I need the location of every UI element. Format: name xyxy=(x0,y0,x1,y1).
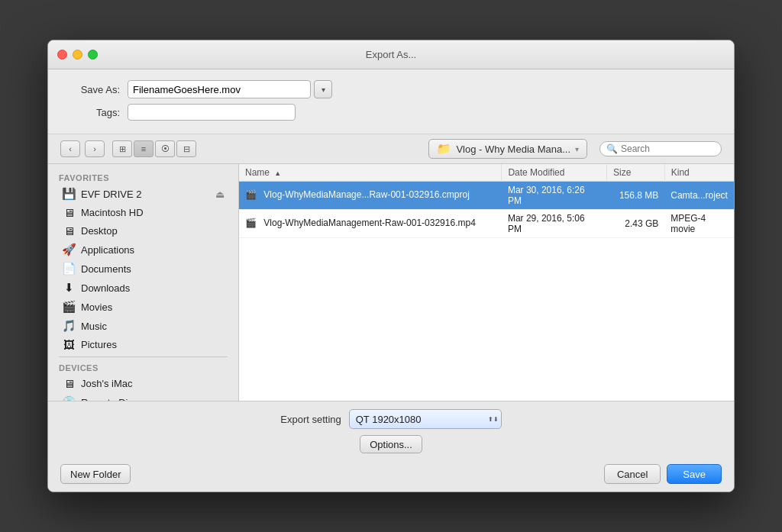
save-as-row: Save As: ▾ xyxy=(66,80,716,98)
drive-icon: 💾 xyxy=(62,187,76,201)
sidebar-item-label: Applications xyxy=(81,244,134,256)
search-box[interactable]: 🔍 xyxy=(599,141,722,156)
folder-icon: 📁 xyxy=(437,142,451,156)
favorites-label: Favorites xyxy=(48,170,238,184)
gallery-view-button[interactable]: ⊟ xyxy=(176,140,196,157)
right-buttons: Cancel Save xyxy=(604,464,722,484)
documents-icon: 📄 xyxy=(62,262,76,276)
options-button[interactable]: Options... xyxy=(360,435,422,453)
export-dialog: Export As... Save As: ▾ Tags: ‹ › ⊞ ≡ ⦿ … xyxy=(47,40,735,492)
col-header-kind[interactable]: Kind xyxy=(664,164,734,182)
traffic-lights xyxy=(57,50,98,60)
export-select[interactable]: QT 1920x1080 xyxy=(349,409,502,429)
col-header-name[interactable]: Name ▲ xyxy=(239,164,502,182)
sidebar-item-label: Music xyxy=(81,321,107,332)
tags-label: Tags: xyxy=(66,107,120,118)
movies-icon: 🎬 xyxy=(62,300,76,314)
icon-view-button[interactable]: ⊞ xyxy=(112,140,132,157)
toolbar: ‹ › ⊞ ≡ ⦿ ⊟ 📁 Vlog - Why Media Mana... ▾… xyxy=(48,134,734,164)
file-pane: Name ▲ Date Modified Size Kind xyxy=(239,164,734,401)
sidebar: Favorites 💾 EVF DRIVE 2 ⏏ 🖥 Macintosh HD… xyxy=(48,164,239,401)
file-kind-cell: MPEG-4 movie xyxy=(664,210,734,238)
sidebar-item-remote-disc[interactable]: 💿 Remote Disc xyxy=(51,393,235,401)
titlebar: Export As... xyxy=(48,40,734,69)
sidebar-item-label: Macintosh HD xyxy=(81,207,144,218)
pictures-icon: 🖼 xyxy=(62,338,76,351)
sidebar-item-macintosh-hd[interactable]: 🖥 Macintosh HD xyxy=(51,204,235,221)
main-content: Favorites 💾 EVF DRIVE 2 ⏏ 🖥 Macintosh HD… xyxy=(48,164,734,401)
file-icon: 🎬 xyxy=(245,189,257,202)
file-size-cell: 156.8 MB xyxy=(606,182,664,210)
file-date-cell: Mar 30, 2016, 6:26 PM xyxy=(502,182,607,210)
search-input[interactable] xyxy=(621,143,720,154)
maximize-button[interactable] xyxy=(88,50,98,60)
minimize-button[interactable] xyxy=(73,50,82,60)
desktop-icon: 🖥 xyxy=(62,224,76,237)
music-icon: 🎵 xyxy=(62,319,76,333)
location-label: Vlog - Why Media Mana... xyxy=(456,143,570,155)
export-label: Export setting xyxy=(280,414,341,425)
imac-icon: 🖥 xyxy=(62,377,76,390)
sidebar-item-evf-drive[interactable]: 💾 EVF DRIVE 2 ⏏ xyxy=(51,185,235,203)
col-header-date[interactable]: Date Modified xyxy=(502,164,607,182)
sidebar-item-label: Pictures xyxy=(81,339,117,350)
save-as-label: Save As: xyxy=(66,84,120,95)
view-buttons: ⊞ ≡ ⦿ ⊟ xyxy=(112,140,196,157)
sidebar-item-label: Downloads xyxy=(81,282,130,294)
table-row[interactable]: 🎬 Vlog-WhyMediaManagement-Raw-001-032916… xyxy=(239,210,734,238)
sort-arrow: ▲ xyxy=(274,169,281,177)
expand-button[interactable]: ▾ xyxy=(314,80,332,98)
file-name-cell: 🎬 Vlog-WhyMediaManage...Raw-001-032916.c… xyxy=(239,182,502,210)
chevron-down-icon: ▾ xyxy=(575,145,579,153)
col-header-size[interactable]: Size xyxy=(606,164,664,182)
column-view-button[interactable]: ⦿ xyxy=(155,140,175,157)
export-select-wrapper: QT 1920x1080 xyxy=(349,409,502,429)
file-size-cell: 2.43 GB xyxy=(606,210,664,238)
form-area: Save As: ▾ Tags: xyxy=(48,69,734,134)
hd-icon: 🖥 xyxy=(62,206,76,219)
filename-input[interactable] xyxy=(128,80,311,98)
sidebar-item-label: Remote Disc xyxy=(81,397,137,401)
sidebar-item-music[interactable]: 🎵 Music xyxy=(51,317,235,335)
eject-button[interactable]: ⏏ xyxy=(215,189,225,200)
search-icon: 🔍 xyxy=(606,143,618,154)
sidebar-item-label: Desktop xyxy=(81,225,118,237)
tags-row: Tags: xyxy=(66,104,716,121)
bottom-bar: Export setting QT 1920x1080 Options... N… xyxy=(48,401,734,492)
table-header: Name ▲ Date Modified Size Kind xyxy=(239,164,734,182)
disc-icon: 💿 xyxy=(62,395,76,401)
location-button[interactable]: 📁 Vlog - Why Media Mana... ▾ xyxy=(428,139,587,159)
devices-label: Devices xyxy=(48,360,238,374)
file-kind-cell: Camta...roject xyxy=(664,182,734,210)
table-body: 🎬 Vlog-WhyMediaManage...Raw-001-032916.c… xyxy=(239,182,734,238)
footer-buttons: New Folder Cancel Save xyxy=(60,459,722,484)
file-icon: 🎬 xyxy=(245,218,257,230)
sidebar-item-joshs-imac[interactable]: 🖥 Josh's iMac xyxy=(51,375,235,392)
list-view-button[interactable]: ≡ xyxy=(134,140,153,157)
export-row: Export setting QT 1920x1080 xyxy=(280,409,502,429)
sidebar-item-pictures[interactable]: 🖼 Pictures xyxy=(51,336,235,353)
sidebar-item-movies[interactable]: 🎬 Movies xyxy=(51,298,235,316)
downloads-icon: ⬇ xyxy=(62,281,76,295)
window-title: Export As... xyxy=(366,49,416,60)
forward-button[interactable]: › xyxy=(85,140,105,157)
back-button[interactable]: ‹ xyxy=(60,140,80,157)
file-table: Name ▲ Date Modified Size Kind xyxy=(239,164,734,238)
sidebar-item-label: Movies xyxy=(81,301,112,313)
sidebar-item-label: EVF DRIVE 2 xyxy=(81,189,141,200)
applications-icon: 🚀 xyxy=(62,243,76,256)
options-row: Options... xyxy=(360,435,422,453)
sidebar-divider xyxy=(59,356,228,357)
table-row[interactable]: 🎬 Vlog-WhyMediaManage...Raw-001-032916.c… xyxy=(239,182,734,210)
file-name-cell: 🎬 Vlog-WhyMediaManagement-Raw-001-032916… xyxy=(239,210,502,238)
save-button[interactable]: Save xyxy=(667,464,722,484)
sidebar-item-applications[interactable]: 🚀 Applications xyxy=(51,240,235,259)
tags-input[interactable] xyxy=(128,104,296,121)
sidebar-item-desktop[interactable]: 🖥 Desktop xyxy=(51,222,235,240)
sidebar-item-documents[interactable]: 📄 Documents xyxy=(51,260,235,278)
sidebar-item-downloads[interactable]: ⬇ Downloads xyxy=(51,279,235,297)
new-folder-button[interactable]: New Folder xyxy=(60,464,131,484)
close-button[interactable] xyxy=(57,50,67,60)
cancel-button[interactable]: Cancel xyxy=(604,464,661,484)
sidebar-item-label: Josh's iMac xyxy=(81,378,133,389)
